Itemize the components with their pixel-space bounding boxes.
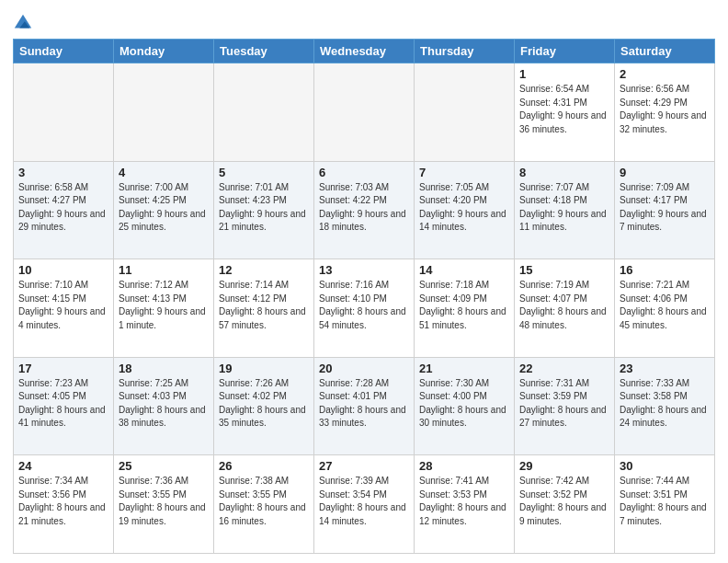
day-info: Sunrise: 7:10 AM Sunset: 4:15 PM Dayligh… bbox=[18, 279, 108, 332]
day-info: Sunrise: 7:01 AM Sunset: 4:23 PM Dayligh… bbox=[219, 181, 309, 235]
logo-icon bbox=[13, 13, 33, 33]
page: SundayMondayTuesdayWednesdayThursdayFrid… bbox=[0, 0, 728, 563]
calendar-cell: 11Sunrise: 7:12 AM Sunset: 4:13 PM Dayli… bbox=[114, 259, 214, 358]
day-number: 2 bbox=[620, 67, 710, 81]
calendar-cell: 4Sunrise: 7:00 AM Sunset: 4:25 PM Daylig… bbox=[114, 161, 214, 259]
calendar-cell: 17Sunrise: 7:23 AM Sunset: 4:05 PM Dayli… bbox=[14, 357, 114, 455]
day-info: Sunrise: 7:39 AM Sunset: 3:54 PM Dayligh… bbox=[319, 475, 409, 528]
day-info: Sunrise: 7:33 AM Sunset: 3:58 PM Dayligh… bbox=[620, 377, 710, 431]
day-info: Sunrise: 7:19 AM Sunset: 4:07 PM Dayligh… bbox=[519, 279, 609, 332]
weekday-header-tuesday: Tuesday bbox=[214, 40, 314, 63]
calendar-cell: 5Sunrise: 7:01 AM Sunset: 4:23 PM Daylig… bbox=[214, 161, 314, 259]
day-info: Sunrise: 6:54 AM Sunset: 4:31 PM Dayligh… bbox=[519, 83, 609, 136]
calendar-cell: 10Sunrise: 7:10 AM Sunset: 4:15 PM Dayli… bbox=[14, 259, 114, 358]
day-number: 24 bbox=[18, 459, 108, 473]
calendar-cell: 22Sunrise: 7:31 AM Sunset: 3:59 PM Dayli… bbox=[515, 357, 615, 455]
calendar-cell: 16Sunrise: 7:21 AM Sunset: 4:06 PM Dayli… bbox=[615, 259, 715, 358]
calendar-cell: 24Sunrise: 7:34 AM Sunset: 3:56 PM Dayli… bbox=[14, 455, 114, 554]
day-number: 19 bbox=[219, 362, 309, 375]
calendar-cell: 21Sunrise: 7:30 AM Sunset: 4:00 PM Dayli… bbox=[415, 357, 515, 455]
day-number: 15 bbox=[519, 263, 609, 277]
day-number: 9 bbox=[620, 166, 710, 179]
calendar-cell: 28Sunrise: 7:41 AM Sunset: 3:53 PM Dayli… bbox=[415, 455, 515, 554]
day-number: 26 bbox=[219, 459, 309, 473]
calendar-cell: 1Sunrise: 6:54 AM Sunset: 4:31 PM Daylig… bbox=[515, 63, 615, 162]
day-number: 22 bbox=[519, 362, 609, 375]
day-info: Sunrise: 7:14 AM Sunset: 4:12 PM Dayligh… bbox=[219, 279, 309, 332]
day-number: 23 bbox=[620, 362, 710, 375]
calendar-cell bbox=[314, 63, 415, 162]
day-number: 17 bbox=[18, 362, 108, 375]
calendar-week-row: 3Sunrise: 6:58 AM Sunset: 4:27 PM Daylig… bbox=[14, 161, 715, 259]
day-number: 18 bbox=[119, 362, 209, 375]
calendar-cell: 9Sunrise: 7:09 AM Sunset: 4:17 PM Daylig… bbox=[615, 161, 715, 259]
calendar-cell: 6Sunrise: 7:03 AM Sunset: 4:22 PM Daylig… bbox=[314, 161, 415, 259]
day-number: 7 bbox=[419, 166, 509, 179]
calendar-cell: 3Sunrise: 6:58 AM Sunset: 4:27 PM Daylig… bbox=[14, 161, 114, 259]
day-info: Sunrise: 6:58 AM Sunset: 4:27 PM Dayligh… bbox=[18, 181, 108, 235]
day-number: 11 bbox=[119, 263, 209, 277]
day-info: Sunrise: 7:23 AM Sunset: 4:05 PM Dayligh… bbox=[18, 377, 108, 431]
day-number: 3 bbox=[18, 166, 108, 179]
day-number: 14 bbox=[419, 263, 509, 277]
day-number: 27 bbox=[319, 459, 409, 473]
calendar-cell: 29Sunrise: 7:42 AM Sunset: 3:52 PM Dayli… bbox=[515, 455, 615, 554]
calendar-cell: 18Sunrise: 7:25 AM Sunset: 4:03 PM Dayli… bbox=[114, 357, 214, 455]
day-number: 1 bbox=[519, 67, 609, 81]
day-info: Sunrise: 7:36 AM Sunset: 3:55 PM Dayligh… bbox=[119, 475, 209, 528]
day-info: Sunrise: 7:31 AM Sunset: 3:59 PM Dayligh… bbox=[519, 377, 609, 431]
day-info: Sunrise: 7:42 AM Sunset: 3:52 PM Dayligh… bbox=[519, 475, 609, 528]
day-info: Sunrise: 7:34 AM Sunset: 3:56 PM Dayligh… bbox=[18, 475, 108, 528]
day-info: Sunrise: 7:03 AM Sunset: 4:22 PM Dayligh… bbox=[319, 181, 409, 235]
weekday-header-wednesday: Wednesday bbox=[314, 40, 415, 63]
calendar-cell: 13Sunrise: 7:16 AM Sunset: 4:10 PM Dayli… bbox=[314, 259, 415, 358]
day-info: Sunrise: 7:05 AM Sunset: 4:20 PM Dayligh… bbox=[419, 181, 509, 235]
weekday-header-monday: Monday bbox=[114, 40, 214, 63]
calendar-cell: 12Sunrise: 7:14 AM Sunset: 4:12 PM Dayli… bbox=[214, 259, 314, 358]
calendar-week-row: 1Sunrise: 6:54 AM Sunset: 4:31 PM Daylig… bbox=[14, 63, 715, 162]
calendar-table: SundayMondayTuesdayWednesdayThursdayFrid… bbox=[13, 39, 715, 554]
day-number: 8 bbox=[519, 166, 609, 179]
day-info: Sunrise: 7:18 AM Sunset: 4:09 PM Dayligh… bbox=[419, 279, 509, 332]
weekday-header-thursday: Thursday bbox=[415, 40, 515, 63]
weekday-header-saturday: Saturday bbox=[615, 40, 715, 63]
day-info: Sunrise: 7:12 AM Sunset: 4:13 PM Dayligh… bbox=[119, 279, 209, 332]
day-info: Sunrise: 7:09 AM Sunset: 4:17 PM Dayligh… bbox=[620, 181, 710, 235]
calendar-cell bbox=[415, 63, 515, 162]
calendar-cell: 19Sunrise: 7:26 AM Sunset: 4:02 PM Dayli… bbox=[214, 357, 314, 455]
calendar-cell bbox=[114, 63, 214, 162]
day-number: 28 bbox=[419, 459, 509, 473]
calendar-cell: 27Sunrise: 7:39 AM Sunset: 3:54 PM Dayli… bbox=[314, 455, 415, 554]
day-number: 5 bbox=[219, 166, 309, 179]
day-number: 16 bbox=[620, 263, 710, 277]
day-number: 20 bbox=[319, 362, 409, 375]
header bbox=[13, 9, 715, 33]
calendar-week-row: 17Sunrise: 7:23 AM Sunset: 4:05 PM Dayli… bbox=[14, 357, 715, 455]
calendar-cell: 14Sunrise: 7:18 AM Sunset: 4:09 PM Dayli… bbox=[415, 259, 515, 358]
day-info: Sunrise: 7:28 AM Sunset: 4:01 PM Dayligh… bbox=[319, 377, 409, 431]
day-info: Sunrise: 7:25 AM Sunset: 4:03 PM Dayligh… bbox=[119, 377, 209, 431]
day-number: 30 bbox=[620, 459, 710, 473]
day-info: Sunrise: 7:21 AM Sunset: 4:06 PM Dayligh… bbox=[620, 279, 710, 332]
day-info: Sunrise: 7:00 AM Sunset: 4:25 PM Dayligh… bbox=[119, 181, 209, 235]
calendar-cell: 8Sunrise: 7:07 AM Sunset: 4:18 PM Daylig… bbox=[515, 161, 615, 259]
calendar-cell bbox=[14, 63, 114, 162]
day-info: Sunrise: 7:44 AM Sunset: 3:51 PM Dayligh… bbox=[620, 475, 710, 528]
calendar-cell bbox=[214, 63, 314, 162]
weekday-header-row: SundayMondayTuesdayWednesdayThursdayFrid… bbox=[14, 40, 715, 63]
day-number: 4 bbox=[119, 166, 209, 179]
calendar-cell: 26Sunrise: 7:38 AM Sunset: 3:55 PM Dayli… bbox=[214, 455, 314, 554]
day-number: 13 bbox=[319, 263, 409, 277]
calendar-cell: 30Sunrise: 7:44 AM Sunset: 3:51 PM Dayli… bbox=[615, 455, 715, 554]
day-info: Sunrise: 7:07 AM Sunset: 4:18 PM Dayligh… bbox=[519, 181, 609, 235]
calendar-cell: 25Sunrise: 7:36 AM Sunset: 3:55 PM Dayli… bbox=[114, 455, 214, 554]
calendar-week-row: 10Sunrise: 7:10 AM Sunset: 4:15 PM Dayli… bbox=[14, 259, 715, 358]
day-info: Sunrise: 7:26 AM Sunset: 4:02 PM Dayligh… bbox=[219, 377, 309, 431]
day-info: Sunrise: 7:41 AM Sunset: 3:53 PM Dayligh… bbox=[419, 475, 509, 528]
calendar-cell: 2Sunrise: 6:56 AM Sunset: 4:29 PM Daylig… bbox=[615, 63, 715, 162]
day-info: Sunrise: 7:16 AM Sunset: 4:10 PM Dayligh… bbox=[319, 279, 409, 332]
day-info: Sunrise: 6:56 AM Sunset: 4:29 PM Dayligh… bbox=[620, 83, 710, 136]
calendar-cell: 20Sunrise: 7:28 AM Sunset: 4:01 PM Dayli… bbox=[314, 357, 415, 455]
day-number: 25 bbox=[119, 459, 209, 473]
day-number: 12 bbox=[219, 263, 309, 277]
